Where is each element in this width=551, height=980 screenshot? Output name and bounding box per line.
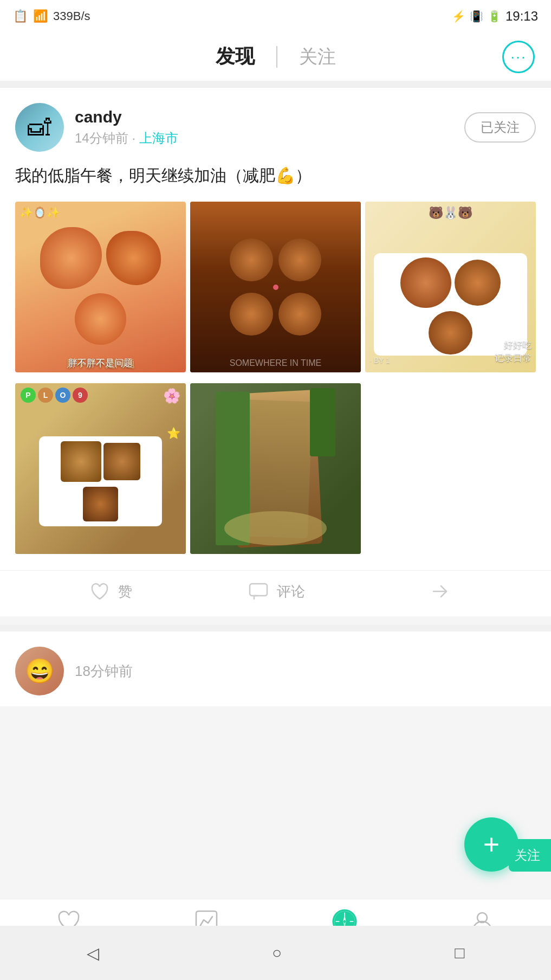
back-button[interactable]: ◁ xyxy=(87,944,99,963)
like-label: 赞 xyxy=(118,582,132,601)
avatar[interactable] xyxy=(15,103,64,152)
battery-icon: 🔋 xyxy=(488,10,501,23)
android-nav-bar: ◁ ○ □ xyxy=(0,926,551,980)
second-avatar[interactable]: 😄 xyxy=(15,647,64,695)
like-action[interactable]: 赞 xyxy=(27,579,193,603)
image-grid-empty xyxy=(365,383,536,554)
chat-icon: ··· xyxy=(510,48,526,66)
sim-icon: 📋 xyxy=(13,9,28,23)
time-since: 14分钟前 xyxy=(75,131,128,145)
separator-1 xyxy=(0,81,551,88)
follow-button[interactable]: 已关注 xyxy=(464,112,536,143)
user-info: candy 14分钟前 · 上海市 xyxy=(75,108,453,147)
status-bar: 📋 📶 339B/s ⚡ 📳 🔋 19:13 xyxy=(0,0,551,33)
bluetooth-icon: ⚡ xyxy=(452,10,465,23)
user-location[interactable]: 上海市 xyxy=(139,131,178,145)
post-image-3[interactable]: 🐻🐰🐻 好好吃记录日常 · BY 1 xyxy=(365,202,536,372)
post-text: 我的低脂午餐，明天继续加油（减肥💪） xyxy=(0,163,551,202)
share-action[interactable] xyxy=(358,579,524,603)
second-user-row: 😄 18分钟前 xyxy=(0,631,551,706)
action-bar: 赞 评论 xyxy=(0,570,551,616)
nav-tabs: 发现 关注 xyxy=(194,43,358,70)
meta-dot: · xyxy=(132,131,139,145)
fab-plus-icon: + xyxy=(483,830,500,859)
second-user-info: 18分钟前 xyxy=(75,662,133,681)
status-left: 📋 📶 339B/s xyxy=(13,9,90,23)
post-image-2[interactable]: SOMEWHERE IN TIME xyxy=(190,202,361,372)
share-icon xyxy=(429,579,453,603)
comment-label: 评论 xyxy=(277,582,305,601)
heart-icon xyxy=(88,579,112,603)
first-post-card: candy 14分钟前 · 上海市 已关注 我的低脂午餐，明天继续加油（减肥💪） xyxy=(0,88,551,616)
second-time-since: 18分钟前 xyxy=(75,662,133,681)
image-grid-row1: 胖不胖不是问题 ✨🪞✨ SOMEWHERE IN TIME 🐻🐰🐻 xyxy=(0,202,551,372)
recent-button[interactable]: □ xyxy=(455,944,464,962)
comment-icon xyxy=(247,579,270,603)
img1-caption: 胖不胖不是问题 xyxy=(15,357,186,370)
image-grid-row2: P L O 9 🌸 ⭐ xyxy=(0,383,551,554)
user-row: candy 14分钟前 · 上海市 已关注 xyxy=(0,88,551,163)
comment-action[interactable]: 评论 xyxy=(193,579,359,603)
vibrate-icon: 📳 xyxy=(470,10,483,23)
user-meta: 14分钟前 · 上海市 xyxy=(75,130,453,147)
separator-2 xyxy=(0,625,551,631)
second-post-card: 😄 18分钟前 xyxy=(0,631,551,706)
network-speed: 339B/s xyxy=(53,9,90,23)
chat-button[interactable]: ··· xyxy=(502,41,535,73)
home-button[interactable]: ○ xyxy=(272,944,282,962)
user-name: candy xyxy=(75,108,453,126)
status-right: ⚡ 📳 🔋 19:13 xyxy=(452,9,538,24)
status-time: 19:13 xyxy=(505,9,538,24)
nav-header: 发现 关注 ··· xyxy=(0,33,551,81)
wifi-icon: 📶 xyxy=(33,9,48,23)
post-image-4[interactable]: P L O 9 🌸 ⭐ xyxy=(15,383,186,554)
post-image-5[interactable] xyxy=(190,383,361,554)
svg-rect-0 xyxy=(250,584,267,596)
fab-create-button[interactable]: + xyxy=(464,817,518,872)
tab-follow[interactable]: 关注 xyxy=(277,44,358,69)
tab-discover[interactable]: 发现 xyxy=(194,43,276,70)
post-image-1[interactable]: 胖不胖不是问题 ✨🪞✨ xyxy=(15,202,186,372)
